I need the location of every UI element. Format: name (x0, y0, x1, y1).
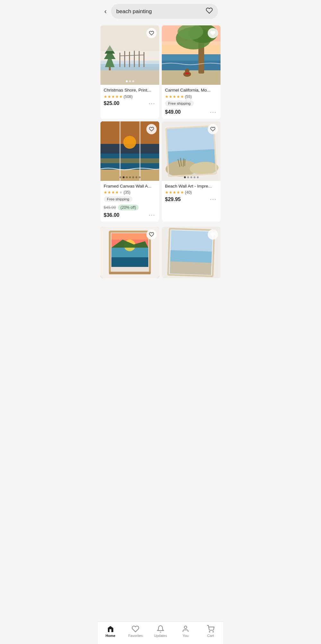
star-5: ★ (119, 190, 123, 195)
star-1: ★ (104, 190, 107, 195)
back-button[interactable]: ‹ (103, 6, 108, 17)
star-2: ★ (169, 94, 172, 99)
dot-4 (129, 176, 131, 178)
discount-badge: (20% off) (118, 205, 138, 210)
star-1: ★ (104, 94, 107, 99)
cart-icon (207, 625, 214, 633)
product-image-beach-wall-art (162, 121, 221, 181)
svg-rect-65 (109, 629, 111, 632)
nav-you[interactable]: You (176, 625, 195, 638)
image-dots-beach-wall (184, 176, 199, 178)
review-count: (508) (124, 94, 133, 99)
nav-updates[interactable]: Updates (151, 625, 170, 638)
header: ‹ beach painting (98, 0, 223, 23)
stars: ★ ★ ★ ★ ★ (104, 190, 123, 195)
more-options-button[interactable]: ··· (209, 109, 217, 116)
favorite-bottom-right[interactable] (208, 229, 218, 240)
free-shipping-badge: Free shipping (104, 196, 133, 202)
nav-cart[interactable]: Cart (201, 625, 220, 638)
price-row: $25.00 ··· (104, 100, 156, 107)
svg-rect-34 (100, 158, 159, 163)
free-shipping-badge: Free shipping (165, 101, 194, 106)
dot-1 (184, 176, 186, 178)
updates-label: Updates (154, 634, 167, 638)
rating-row: ★ ★ ★ ★ ★ (55) (165, 94, 217, 99)
updates-icon (157, 625, 164, 633)
svg-rect-35 (100, 170, 159, 181)
favorite-framed-canvas[interactable] (146, 124, 157, 134)
review-count: (55) (185, 94, 192, 99)
star-2: ★ (108, 94, 111, 99)
search-text: beach painting (116, 8, 203, 15)
star-4: ★ (115, 94, 119, 99)
favorite-beach-wall-art[interactable] (208, 124, 218, 134)
bottom-product-grid (98, 224, 223, 281)
nav-home[interactable]: Home (101, 625, 120, 638)
product-card-carmel[interactable]: Carmel California, Mo... ★ ★ ★ ★ ★ (55) … (162, 25, 221, 119)
product-image-carmel (162, 25, 221, 85)
star-5: ★ (119, 94, 123, 99)
favorites-icon (132, 625, 139, 633)
dot-6 (135, 176, 137, 178)
dot-3 (132, 80, 134, 82)
dot-5 (197, 176, 199, 178)
dot-3 (190, 176, 192, 178)
svg-point-32 (123, 136, 136, 149)
dot-2 (187, 176, 189, 178)
svg-rect-54 (111, 257, 148, 267)
product-info-christmas-shore: Christmas Shore, Print... ★ ★ ★ ★ ★ (508… (100, 85, 159, 110)
product-card-bottom-left[interactable] (100, 227, 159, 278)
original-price: $45.00 (104, 205, 116, 210)
price-row: $29.95 ··· (165, 196, 217, 203)
svg-rect-5 (124, 51, 125, 67)
product-card-bottom-right[interactable] (162, 227, 221, 278)
svg-rect-8 (139, 51, 140, 67)
discount-row: $45.00 (20% off) (104, 205, 156, 210)
dot-5 (132, 176, 134, 178)
image-dots-christmas-shore (126, 80, 134, 82)
svg-rect-36 (119, 121, 121, 181)
price: $25.00 (104, 101, 119, 106)
product-image-framed-canvas (100, 121, 159, 181)
dot-7 (139, 176, 141, 178)
star-2: ★ (169, 190, 172, 195)
dot-2 (129, 80, 131, 82)
product-title: Beach Wall Art - Impre... (165, 183, 217, 189)
dot-1 (126, 80, 128, 82)
more-options-button[interactable]: ··· (209, 196, 217, 203)
price: $29.95 (165, 197, 181, 202)
star-1: ★ (165, 94, 169, 99)
header-heart-button[interactable] (206, 7, 213, 16)
cart-label: Cart (207, 634, 214, 638)
product-card-christmas-shore[interactable]: Christmas Shore, Print... ★ ★ ★ ★ ★ (508… (100, 25, 159, 119)
price-row: $49.00 ··· (165, 109, 217, 116)
product-card-framed-canvas[interactable]: Framed Canvas Wall A... ★ ★ ★ ★ ★ (35) F… (100, 121, 159, 222)
favorite-carmel[interactable] (208, 28, 218, 38)
star-5: ★ (180, 190, 184, 195)
you-label: You (183, 634, 189, 638)
svg-rect-28 (185, 73, 189, 74)
svg-rect-21 (162, 70, 221, 85)
favorite-christmas-shore[interactable] (146, 28, 157, 38)
product-image-bottom-right (162, 227, 221, 278)
product-info-beach-wall-art: Beach Wall Art - Impre... ★ ★ ★ ★ ★ (40)… (162, 181, 221, 206)
svg-point-67 (209, 631, 210, 632)
svg-rect-7 (134, 50, 135, 67)
product-title: Framed Canvas Wall A... (104, 183, 156, 189)
svg-rect-58 (109, 272, 151, 274)
rating-row: ★ ★ ★ ★ ★ (40) (165, 190, 217, 195)
dot-2 (123, 176, 125, 178)
rating-row: ★ ★ ★ ★ ★ (508) (104, 94, 156, 99)
page-content: Christmas Shore, Print... ★ ★ ★ ★ ★ (508… (98, 23, 223, 306)
favorite-bottom-left[interactable] (146, 229, 157, 240)
more-options-button[interactable]: ··· (148, 100, 156, 107)
more-options-button[interactable]: ··· (148, 212, 156, 218)
star-4: ★ (115, 190, 119, 195)
product-card-beach-wall-art[interactable]: Beach Wall Art - Impre... ★ ★ ★ ★ ★ (40)… (162, 121, 221, 222)
nav-favorites[interactable]: Favorites (126, 625, 145, 638)
star-5: ★ (180, 94, 184, 99)
dot-3 (126, 176, 128, 178)
svg-point-27 (185, 69, 189, 73)
svg-point-66 (184, 626, 187, 629)
review-count: (40) (185, 190, 192, 195)
